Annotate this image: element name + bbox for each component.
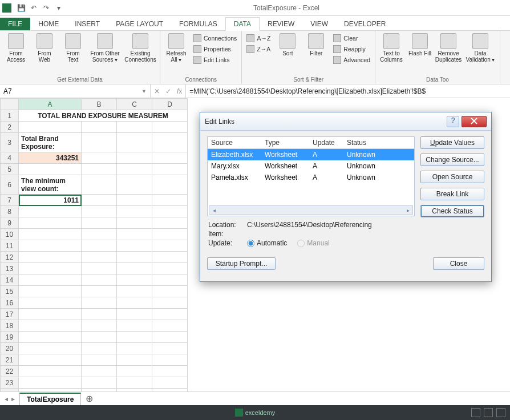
cell-a4[interactable]: 343251 <box>19 152 82 164</box>
scroll-right-icon[interactable]: ▸ <box>403 207 412 213</box>
row-header[interactable]: 23 <box>1 377 19 389</box>
row-header[interactable]: 10 <box>1 229 19 240</box>
break-link-button[interactable]: Break Link <box>420 188 484 200</box>
update-values-button[interactable]: UUpdate Valuespdate Values <box>420 136 484 149</box>
from-text-button[interactable]: From Text <box>59 32 87 76</box>
view-normal-icon[interactable] <box>471 408 480 417</box>
from-web-button[interactable]: From Web <box>31 32 58 76</box>
update-manual-radio[interactable]: Manual <box>297 239 329 247</box>
enter-icon[interactable]: ✓ <box>165 87 171 95</box>
remove-duplicates-button[interactable]: Remove Duplicates <box>435 32 462 76</box>
sheet-prev-icon[interactable]: ◂ <box>5 395 8 403</box>
col-header-b[interactable]: B <box>82 99 117 110</box>
select-all-corner[interactable] <box>1 99 19 110</box>
row-header[interactable]: 3 <box>1 133 19 152</box>
advanced-button[interactable]: Advanced <box>331 55 373 65</box>
reapply-button[interactable]: Reapply <box>331 44 373 54</box>
col-header-d[interactable]: D <box>152 99 188 110</box>
links-hscrollbar[interactable]: ◂ ▸ <box>209 205 413 215</box>
new-sheet-button[interactable]: ⊕ <box>81 393 98 404</box>
row-header[interactable]: 17 <box>1 309 19 320</box>
name-box-dropdown-icon[interactable]: ▼ <box>141 88 147 94</box>
qat-redo-icon[interactable]: ↷ <box>40 2 52 14</box>
link-row[interactable]: Mary.xlsx Worksheet A Unknown <box>208 160 414 172</box>
row-header[interactable]: 11 <box>1 240 19 252</box>
qat-undo-icon[interactable]: ↶ <box>27 2 40 14</box>
row-header[interactable]: 1 <box>1 110 19 122</box>
check-status-button[interactable]: Check Status <box>420 205 484 217</box>
fx-icon[interactable]: fx <box>177 87 182 95</box>
row-header[interactable]: 19 <box>1 332 19 343</box>
row-header[interactable]: 7 <box>1 195 19 206</box>
row-header[interactable]: 8 <box>1 206 19 217</box>
sort-asc-button[interactable]: A→Z <box>244 33 273 43</box>
text-to-columns-button[interactable]: Text to Columns <box>378 32 405 76</box>
sort-button[interactable]: Sort <box>274 32 301 76</box>
tab-formulas[interactable]: FORMULAS <box>171 18 225 30</box>
row-header[interactable]: 20 <box>1 343 19 354</box>
cell-a3[interactable]: Total Brand Exposure: <box>19 133 82 152</box>
change-source-button[interactable]: Change Source... <box>420 154 484 166</box>
clear-button[interactable]: Clear <box>331 33 373 43</box>
cell-a6[interactable]: The minimum view count: <box>19 175 82 195</box>
tab-home[interactable]: HOME <box>30 18 67 30</box>
edit-links-button[interactable]: Edit Links <box>191 55 239 65</box>
tab-developer[interactable]: DEVELOPER <box>336 18 394 30</box>
links-listbox[interactable]: Source Type Update Status Elizabeth.xlsx… <box>207 136 415 216</box>
view-pagebreak-icon[interactable] <box>496 408 505 417</box>
from-other-sources-button[interactable]: From Other Sources ▾ <box>88 32 122 76</box>
properties-button[interactable]: Properties <box>191 44 239 54</box>
tab-page-layout[interactable]: PAGE LAYOUT <box>108 18 171 30</box>
view-layout-icon[interactable] <box>484 408 493 417</box>
row-header[interactable]: 9 <box>1 217 19 229</box>
sheet-tab-totalexposure[interactable]: TotalExposure <box>19 393 81 405</box>
link-row[interactable]: Elizabeth.xlsx Worksheet A Unknown <box>208 149 414 160</box>
row-header[interactable]: 18 <box>1 320 19 332</box>
tab-review[interactable]: REVIEW <box>260 18 302 30</box>
update-automatic-radio[interactable]: Automatic <box>247 239 287 247</box>
row-header[interactable]: 16 <box>1 297 19 309</box>
sort-desc-button[interactable]: Z→A <box>244 44 273 54</box>
filter-button[interactable]: Filter <box>302 32 330 76</box>
sheet-nav[interactable]: ◂▸ <box>0 395 19 403</box>
tab-insert[interactable]: INSERT <box>67 18 108 30</box>
tab-view[interactable]: VIEW <box>302 18 336 30</box>
name-box-input[interactable] <box>3 87 141 95</box>
dialog-titlebar[interactable]: Edit Links ? <box>200 112 491 131</box>
name-box[interactable]: ▼ <box>0 84 151 98</box>
row-header[interactable]: 21 <box>1 354 19 366</box>
dialog-help-button[interactable]: ? <box>447 116 459 127</box>
tab-file[interactable]: FILE <box>0 18 30 30</box>
row-header[interactable]: 2 <box>1 122 19 133</box>
formula-input[interactable]: =MIN('C:\Users\24881554\Desktop\Referenc… <box>185 84 510 98</box>
refresh-all-button[interactable]: Refresh All ▾ <box>163 32 190 76</box>
row-header[interactable]: 6 <box>1 175 19 195</box>
data-validation-button[interactable]: Data Validation ▾ <box>463 32 497 76</box>
flash-fill-button[interactable]: Flash Fill <box>406 32 434 76</box>
open-source-button[interactable]: Open Source <box>420 171 484 183</box>
col-header-a[interactable]: A <box>19 99 82 110</box>
cell-a7-selected[interactable]: 1011 <box>19 195 82 206</box>
qat-save-icon[interactable]: 💾 <box>15 2 27 14</box>
cancel-icon[interactable]: ✕ <box>154 87 160 95</box>
row-header[interactable]: 15 <box>1 286 19 297</box>
row-header[interactable]: 13 <box>1 263 19 274</box>
from-access-button[interactable]: From Access <box>2 32 30 76</box>
existing-connections-button[interactable]: Existing Connections <box>123 32 157 76</box>
row-header[interactable]: 22 <box>1 366 19 377</box>
col-header-c[interactable]: C <box>117 99 152 110</box>
row-header[interactable]: 14 <box>1 274 19 286</box>
tab-data[interactable]: DATA <box>225 17 260 31</box>
cell[interactable] <box>19 122 82 133</box>
startup-prompt-button[interactable]: Startup Prompt... <box>207 257 276 270</box>
dialog-close-button[interactable] <box>462 116 487 127</box>
row-header[interactable]: 12 <box>1 252 19 263</box>
row-header[interactable]: 5 <box>1 164 19 175</box>
scroll-left-icon[interactable]: ◂ <box>209 207 218 213</box>
connections-button[interactable]: Connections <box>191 33 239 43</box>
row-header[interactable]: 4 <box>1 152 19 164</box>
close-button[interactable]: Close <box>433 257 484 270</box>
cell-a1[interactable]: TOTAL BRAND EXPOSURE MEASUREM <box>19 110 188 122</box>
sheet-next-icon[interactable]: ▸ <box>11 395 15 403</box>
qat-customize-icon[interactable]: ▾ <box>52 2 65 14</box>
